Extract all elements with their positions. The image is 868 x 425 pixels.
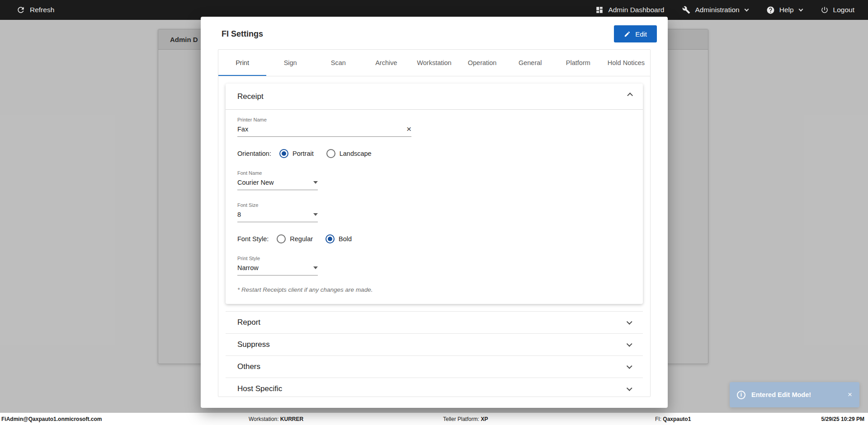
logout-label: Logout [833, 6, 854, 14]
collapsed-sections: Report Suppress Others Host Specific [226, 311, 643, 397]
printer-name-value: Fax [237, 126, 248, 133]
chevron-down-icon [627, 341, 632, 347]
admin-dashboard-nav[interactable]: Admin Dashboard [595, 6, 664, 14]
dialog-header: FI Settings Edit [201, 17, 668, 49]
dropdown-arrow-icon [313, 181, 318, 184]
report-section-header[interactable]: Report [226, 312, 643, 334]
help-icon [766, 6, 775, 14]
chevron-down-icon [798, 7, 803, 11]
print-style-value: Narrow [237, 264, 259, 271]
others-section-header[interactable]: Others [226, 356, 643, 378]
fi-settings-dialog: FI Settings Edit Print Sign Scan Archive… [201, 17, 668, 408]
font-name-value-row: Courier New [237, 179, 318, 190]
info-icon: i [737, 391, 745, 399]
toast-message: Entered Edit Mode! [751, 391, 842, 398]
settings-accordion: Receipt Printer Name Fax × Orientation: [218, 76, 650, 397]
edit-button-label: Edit [635, 30, 647, 38]
orientation-group: Orientation: Portrait Landscape [237, 149, 631, 158]
radio-option-regular[interactable]: Regular [277, 234, 313, 243]
refresh-label: Refresh [30, 6, 54, 14]
tab-scan[interactable]: Scan [314, 50, 362, 76]
workstation-info: Workstation: KURRER [249, 416, 303, 422]
tab-archive[interactable]: Archive [362, 50, 410, 76]
radio-unselected-icon [326, 149, 335, 158]
radio-option-landscape[interactable]: Landscape [326, 149, 372, 158]
tab-general[interactable]: General [506, 50, 554, 76]
refresh-button[interactable]: Refresh [16, 5, 54, 14]
printer-name-label: Printer Name [237, 117, 411, 122]
chevron-down-icon [627, 385, 632, 391]
toast-notification: i Entered Edit Mode! × [730, 382, 859, 407]
administration-menu[interactable]: Administration [682, 6, 748, 14]
tab-hold-notices[interactable]: Hold Notices [602, 50, 650, 76]
edit-button[interactable]: Edit [614, 25, 657, 42]
host-specific-section-header[interactable]: Host Specific [226, 378, 643, 397]
tab-platform[interactable]: Platform [554, 50, 602, 76]
dashboard-grid-icon [595, 6, 604, 14]
landscape-option-label: Landscape [340, 150, 372, 157]
teller-platform-label: Teller Platform: [443, 416, 479, 422]
printer-name-field: Printer Name Fax × [237, 117, 411, 137]
teller-platform-value: XP [481, 416, 488, 422]
font-style-label: Font Style: [237, 235, 269, 243]
toast-close-icon[interactable]: × [848, 390, 852, 399]
orientation-label: Orientation: [237, 150, 271, 157]
wrench-icon [682, 6, 690, 14]
receipt-section-header[interactable]: Receipt [226, 84, 643, 110]
settings-content: Print Sign Scan Archive Workstation Oper… [218, 49, 651, 397]
radio-option-portrait[interactable]: Portrait [279, 149, 314, 158]
help-menu[interactable]: Help [766, 6, 802, 14]
host-specific-section-title: Host Specific [237, 384, 282, 393]
tab-sign[interactable]: Sign [266, 50, 314, 76]
font-style-group: Font Style: Regular Bold [237, 234, 631, 243]
font-size-value: 8 [237, 211, 241, 218]
clear-icon[interactable]: × [406, 126, 411, 132]
chevron-up-icon [627, 93, 633, 98]
others-section-title: Others [237, 362, 260, 371]
tab-workstation[interactable]: Workstation [410, 50, 458, 76]
datetime: 5/29/25 10:29 PM [821, 416, 864, 422]
radio-option-bold[interactable]: Bold [326, 234, 352, 243]
chevron-down-icon [627, 363, 632, 369]
portrait-option-label: Portrait [292, 150, 314, 157]
report-section-title: Report [237, 318, 260, 327]
print-style-value-row: Narrow [237, 264, 318, 276]
tab-operation[interactable]: Operation [458, 50, 506, 76]
fi-info: FI: Qaxpauto1 [655, 416, 691, 422]
fi-value: Qaxpauto1 [663, 416, 691, 422]
radio-selected-icon [279, 149, 288, 158]
suppress-section-title: Suppress [237, 340, 270, 349]
dropdown-arrow-icon [313, 213, 318, 216]
workstation-value: KURRER [280, 416, 303, 422]
fi-label: FI: [655, 416, 661, 422]
help-label: Help [779, 6, 794, 14]
radio-selected-icon [326, 234, 335, 243]
chevron-down-icon [627, 319, 632, 325]
receipt-section-title: Receipt [237, 92, 264, 101]
font-name-select[interactable]: Font Name Courier New [237, 170, 318, 190]
print-style-label: Print Style [237, 256, 318, 261]
administration-label: Administration [695, 6, 739, 14]
font-size-label: Font Size [237, 202, 318, 208]
print-style-select[interactable]: Print Style Narrow [237, 256, 318, 276]
tab-print[interactable]: Print [218, 50, 266, 76]
font-name-value: Courier New [237, 179, 274, 186]
refresh-icon [16, 5, 25, 14]
receipt-panel: Receipt Printer Name Fax × Orientation: [226, 84, 643, 304]
restart-note: * Restart Receipts client if any changes… [237, 286, 631, 293]
chevron-down-icon [744, 7, 749, 11]
power-icon [821, 6, 829, 14]
regular-option-label: Regular [290, 235, 313, 243]
logout-button[interactable]: Logout [821, 6, 854, 14]
workstation-label: Workstation: [249, 416, 278, 422]
font-size-value-row: 8 [237, 211, 318, 222]
suppress-section-header[interactable]: Suppress [226, 334, 643, 356]
receipt-section-body: Printer Name Fax × Orientation: Portrait [226, 110, 643, 304]
settings-tab-bar: Print Sign Scan Archive Workstation Oper… [218, 50, 650, 76]
dropdown-arrow-icon [313, 266, 318, 269]
font-size-select[interactable]: Font Size 8 [237, 202, 318, 222]
status-bar: FiAdmin@Qaxpauto1.onmicrosoft.com Workst… [0, 413, 868, 425]
user-email: FiAdmin@Qaxpauto1.onmicrosoft.com [1, 416, 102, 422]
font-name-label: Font Name [237, 170, 318, 176]
printer-name-input[interactable]: Fax × [237, 126, 411, 137]
